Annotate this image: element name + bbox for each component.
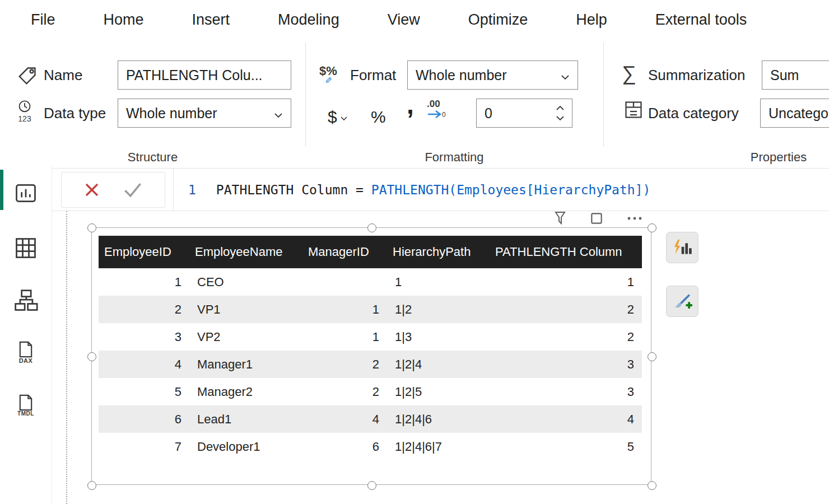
format-value: Whole number <box>416 67 507 83</box>
ribbon-divider <box>603 43 604 147</box>
format-dropdown[interactable]: Whole number <box>407 60 578 90</box>
table-cell: 1 <box>302 296 387 323</box>
summarization-value: Sum <box>770 67 799 83</box>
table-row[interactable]: 1CEO11 <box>99 268 642 296</box>
table-cell: 4 <box>302 405 387 433</box>
menu-bar: FileHomeInsertModelingViewOptimizeHelpEx… <box>0 0 829 39</box>
analyze-visual-button[interactable] <box>666 232 698 263</box>
format-brush-icon <box>672 292 692 311</box>
menu-insert[interactable]: Insert <box>192 11 230 29</box>
menu-help[interactable]: Help <box>576 11 607 29</box>
analyze-chart-icon <box>672 238 692 257</box>
table-cell: Developer1 <box>189 433 302 460</box>
table-cell: 1|2|5 <box>387 378 490 405</box>
table-cell: 3 <box>99 323 189 351</box>
formula-token: PATHLENGTH Column <box>216 183 356 197</box>
focus-mode-icon[interactable] <box>589 211 604 226</box>
table-cell: 3 <box>490 378 642 405</box>
table-cell: 1|2|4 <box>387 351 490 378</box>
data-category-icon <box>623 100 644 120</box>
data-table: EmployeeIDEmployeeNameManagerIDHierarchy… <box>99 236 642 460</box>
table-cell: 2 <box>302 378 387 405</box>
resize-handle-middle-left[interactable] <box>87 352 96 361</box>
data-type-dropdown[interactable]: Whole number <box>118 99 291 128</box>
report-canvas[interactable]: EmployeeIDEmployeeNameManagerIDHierarchy… <box>52 211 829 504</box>
column-header[interactable]: ManagerID <box>302 236 387 268</box>
ribbon: Name PATHLENGTH Colu... 123 Data type Wh… <box>0 39 829 168</box>
visual-header-toolbar <box>553 211 643 226</box>
sidebar-item-dax-view[interactable]: DAX <box>12 338 39 367</box>
sidebar-item-report-view[interactable] <box>12 179 39 208</box>
name-input[interactable]: PATHLENGTH Colu... <box>118 60 291 90</box>
view-sidebar: DAX TMDL <box>0 165 52 504</box>
name-label: Name <box>44 60 82 90</box>
pin-icon[interactable] <box>553 211 567 226</box>
currency-format-button[interactable]: $ <box>328 100 347 127</box>
data-category-value: Uncatego <box>769 105 828 122</box>
resize-handle-top-right[interactable] <box>648 223 656 232</box>
table-row[interactable]: 6Lead141|2|4|64 <box>99 405 642 433</box>
table-cell: 1 <box>302 323 387 351</box>
data-category-dropdown[interactable]: Uncatego <box>760 99 829 128</box>
menu-modeling[interactable]: Modeling <box>278 11 339 29</box>
table-cell: 1 <box>99 268 189 296</box>
menu-view[interactable]: View <box>388 11 420 29</box>
resize-handle-bottom-left[interactable] <box>87 481 96 490</box>
resize-handle-top-center[interactable] <box>367 223 376 232</box>
table-cell: Lead1 <box>189 405 302 433</box>
table-cell: 5 <box>99 378 189 405</box>
table-cell: VP2 <box>189 323 302 351</box>
commit-check-icon[interactable] <box>123 181 143 198</box>
svg-text:123: 123 <box>18 114 31 123</box>
menu-home[interactable]: Home <box>104 11 144 29</box>
formula-bar-divider <box>173 169 174 211</box>
percent-format-button[interactable]: % <box>371 100 386 127</box>
selected-view-indicator <box>0 170 3 210</box>
decimal-places-icon[interactable]: .00 0 <box>427 99 446 125</box>
formula-tokens: PATHLENGTH Column = PATHLENGTH(Employees… <box>216 183 650 197</box>
thousands-separator-button[interactable]: , <box>407 93 414 120</box>
table-cell: 2 <box>490 296 642 323</box>
formula-token: PATHLENGTH( <box>371 183 457 197</box>
dax-view-icon <box>17 340 34 358</box>
decimal-places-stepper[interactable]: 0 <box>476 99 572 128</box>
menu-optimize[interactable]: Optimize <box>468 11 528 29</box>
table-cell: 5 <box>490 433 642 460</box>
stepper-down-icon[interactable] <box>556 116 564 120</box>
resize-handle-middle-right[interactable] <box>648 352 656 361</box>
table-cell <box>302 268 387 296</box>
cancel-icon[interactable] <box>83 181 100 198</box>
resize-handle-bottom-center[interactable] <box>367 481 376 490</box>
sidebar-item-model-view[interactable] <box>12 286 39 315</box>
menu-file[interactable]: File <box>31 11 55 29</box>
format-visual-button[interactable] <box>666 286 698 317</box>
column-header[interactable]: HierarchyPath <box>387 236 490 268</box>
stepper-up-icon[interactable] <box>556 106 564 110</box>
summarization-dropdown[interactable]: Sum <box>762 60 829 90</box>
table-row[interactable]: 5Manager221|2|53 <box>99 378 642 405</box>
menu-external-tools[interactable]: External tools <box>655 11 747 29</box>
data-type-icon: 123 <box>15 100 35 123</box>
resize-handle-top-left[interactable] <box>87 223 96 232</box>
table-row[interactable]: 2VP111|22 <box>99 296 642 323</box>
sidebar-item-tmdl-view[interactable]: TMDL <box>12 390 39 419</box>
table-cell: Manager2 <box>189 378 302 405</box>
table-cell: 7 <box>99 433 189 460</box>
table-visual[interactable]: EmployeeIDEmployeeNameManagerIDHierarchy… <box>91 227 651 485</box>
formula-input[interactable]: 1 PATHLENGTH Column = PATHLENGTH(Employe… <box>188 183 650 197</box>
column-header[interactable]: PATHLENGTH Column <box>490 236 642 268</box>
data-category-label: Data category <box>648 99 739 128</box>
table-cell: 1|2|4|6 <box>387 405 490 433</box>
table-cell: 1|2 <box>387 296 490 323</box>
sidebar-item-table-view[interactable] <box>12 234 39 263</box>
column-header[interactable]: EmployeeID <box>99 236 189 268</box>
column-header[interactable]: EmployeeName <box>189 236 302 268</box>
resize-handle-bottom-right[interactable] <box>648 481 656 490</box>
table-row[interactable]: 4Manager121|2|43 <box>99 351 642 378</box>
summarization-sigma-icon: ∑ <box>622 62 636 85</box>
more-options-icon[interactable] <box>626 211 643 226</box>
table-body: 1CEO112VP111|223VP211|324Manager121|2|43… <box>99 268 642 460</box>
name-input-value: PATHLENGTH Colu... <box>126 67 263 83</box>
table-row[interactable]: 7Developer161|2|4|6|75 <box>99 433 642 460</box>
table-row[interactable]: 3VP211|32 <box>99 323 642 351</box>
